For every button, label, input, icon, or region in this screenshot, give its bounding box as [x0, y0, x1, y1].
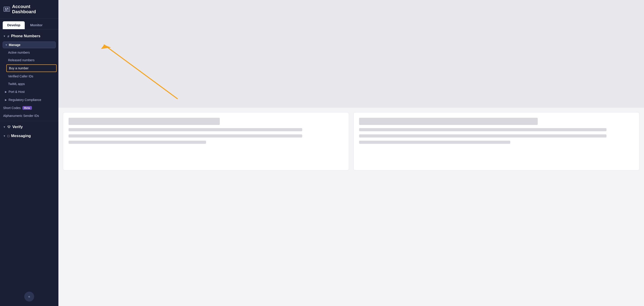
- sidebar-item-released-numbers[interactable]: Released numbers: [0, 56, 58, 64]
- annotation-arrow: [58, 0, 644, 108]
- sidebar-item-short-codes[interactable]: Short Codes Beta: [0, 104, 58, 112]
- phone-numbers-label: Phone Numbers: [11, 34, 40, 38]
- verify-section-header[interactable]: ▼ 🛡 Verify: [0, 123, 58, 132]
- port-host-label: Port & Host: [8, 90, 25, 94]
- sidebar: Account Dashboard Develop Monitor ▼ # Ph…: [0, 0, 58, 306]
- card-2-skeleton-title: [359, 118, 538, 125]
- sidebar-item-port-host[interactable]: ▶ Port & Host: [0, 88, 58, 96]
- card-1-skeleton-title: [68, 118, 220, 125]
- card-1-skeleton-line-1: [68, 128, 302, 131]
- sidebar-header[interactable]: Account Dashboard: [0, 0, 58, 19]
- messaging-section-header[interactable]: ▼ □ Messaging: [0, 132, 58, 141]
- card-2-skeleton-line-3: [359, 141, 510, 144]
- main-content: [58, 0, 644, 306]
- hash-icon: #: [8, 34, 9, 38]
- card-1: [63, 112, 349, 170]
- sidebar-item-verified-caller-ids[interactable]: Verified Caller IDs: [0, 72, 58, 80]
- svg-rect-0: [5, 8, 6, 9]
- port-host-chevron-icon: ▶: [5, 90, 7, 93]
- phone-numbers-section-header[interactable]: ▼ # Phone Numbers: [0, 32, 58, 41]
- verify-label: Verify: [12, 125, 23, 129]
- sidebar-nav: ▼ # Phone Numbers ▼ Manage Active number…: [0, 29, 58, 306]
- svg-rect-3: [8, 9, 8, 10]
- messaging-icon: □: [8, 134, 9, 138]
- verify-chevron-down: ▼: [3, 126, 6, 128]
- short-codes-label: Short Codes: [3, 106, 21, 110]
- sidebar-divider: [0, 121, 58, 121]
- sidebar-item-twiml-apps[interactable]: TwiML apps: [0, 80, 58, 88]
- card-1-skeleton-line-2: [68, 134, 302, 138]
- svg-marker-5: [101, 45, 111, 49]
- tab-develop[interactable]: Develop: [3, 21, 25, 29]
- tab-monitor[interactable]: Monitor: [26, 21, 47, 29]
- svg-line-4: [104, 45, 178, 99]
- messaging-chevron-down: ▼: [3, 135, 6, 137]
- manage-label: Manage: [9, 43, 20, 47]
- manage-chevron-icon: ▼: [5, 44, 8, 46]
- verify-icon: 🛡: [8, 125, 10, 129]
- card-2-skeleton-line-1: [359, 128, 606, 131]
- card-2-skeleton-line-2: [359, 134, 606, 138]
- sidebar-item-regulatory-compliance[interactable]: ▶ Regulatory Compliance: [0, 96, 58, 104]
- beta-badge: Beta: [22, 106, 32, 110]
- sidebar-item-alphanumeric-sender-ids[interactable]: Alphanumeric Sender IDs: [0, 112, 58, 120]
- dashboard-icon: [4, 7, 10, 12]
- card-2: [354, 112, 640, 170]
- svg-rect-1: [7, 8, 8, 9]
- regulatory-chevron-icon: ▶: [5, 99, 7, 101]
- card-1-skeleton-line-3: [68, 141, 206, 144]
- collapse-sidebar-button[interactable]: «: [24, 292, 34, 302]
- svg-rect-2: [5, 9, 7, 10]
- sidebar-item-buy-number[interactable]: Buy a number: [6, 64, 57, 72]
- sidebar-tabs: Develop Monitor: [0, 19, 58, 29]
- regulatory-label: Regulatory Compliance: [8, 98, 41, 102]
- phone-numbers-chevron-down: ▼: [3, 35, 6, 37]
- manage-dropdown[interactable]: ▼ Manage: [3, 41, 56, 48]
- cards-section: [58, 108, 644, 175]
- messaging-label: Messaging: [11, 134, 31, 138]
- top-banner: [58, 0, 644, 108]
- account-dashboard-title: Account Dashboard: [12, 4, 55, 14]
- sidebar-item-active-numbers[interactable]: Active numbers: [0, 49, 58, 56]
